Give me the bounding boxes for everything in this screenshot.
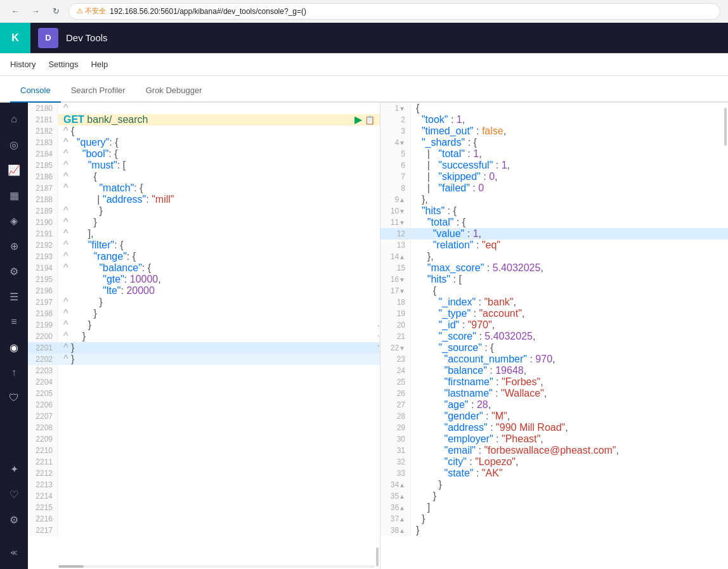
app-logo: K — [0, 23, 30, 53]
editor-line-2216: 2216 — [28, 513, 380, 525]
editor-line-2190: 2190 ^ } — [28, 217, 380, 228]
result-line-20: 20 "_id" : "970", — [380, 319, 728, 331]
tab-search-profiler[interactable]: Search Profiler — [61, 79, 136, 103]
ml-icon[interactable]: ⚙ — [3, 260, 25, 283]
security-warning: ⚠ 不安全 — [77, 6, 106, 16]
result-line-21: 21 "_score" : 5.4032025, — [380, 331, 728, 342]
tab-console[interactable]: Console — [10, 79, 61, 103]
logs-icon[interactable]: ≡ — [3, 310, 25, 333]
result-line-8: 8 | "failed" : 0 — [380, 182, 728, 194]
nav-help[interactable]: Help — [91, 54, 108, 74]
pane-resizer[interactable]: ··· — [377, 321, 380, 351]
editor-line-2197: 2197 ^ } — [28, 297, 380, 308]
result-line-28: 28 "gender" : "M", — [380, 411, 728, 422]
tab-bar: Console Search Profiler Grok Debugger — [0, 76, 728, 103]
editor-line-2217: 2217 — [28, 525, 380, 536]
result-line-36: 36▲ ] — [380, 502, 728, 513]
result-line-37: 37▲ } — [380, 513, 728, 525]
infrastructure-icon[interactable]: ☰ — [3, 285, 25, 308]
editor-line-2201: 2201 ^ } — [28, 342, 380, 354]
editor-line-2194: 2194 ^ "balance": { — [28, 262, 380, 274]
browser-chrome: ← → ↻ ⚠ 不安全 192.168.56.20:5601/app/kiban… — [0, 0, 728, 23]
user-avatar[interactable]: D — [38, 28, 58, 48]
result-line-32: 32 "city" : "Lopezo", — [380, 456, 728, 468]
result-line-33: 33 "state" : "AK" — [380, 468, 728, 479]
editor-line-2187: 2187 ^ "match": { — [28, 182, 380, 194]
monitoring-icon[interactable]: ♡ — [3, 483, 25, 506]
result-pane: 1▼ { 2 "took" : 1, 3 "timed_out" : false… — [380, 103, 728, 569]
address-bar[interactable]: ⚠ 不安全 192.168.56.20:5601/app/kibana#/dev… — [68, 3, 720, 20]
result-line-31: 31 "email" : "forbeswallace@pheast.com", — [380, 445, 728, 456]
editor-line-2182: 2182 ^ { — [28, 125, 380, 137]
editor-line-2184: 2184 ^ "bool": { — [28, 148, 380, 160]
editor-line-2183: 2183 ^ "query": { — [28, 137, 380, 148]
result-line-23: 23 "account_number" : 970, — [380, 354, 728, 365]
editor-line-2193: 2193 ^ "range": { — [28, 251, 380, 262]
result-line-13: 13 "relation" : "eq" — [380, 240, 728, 251]
editor-pane[interactable]: 2180 ^ 2181 GET bank/_search ▶ 📋 2182 ^ … — [28, 103, 380, 569]
editor-line-2200: 2200 ^ } — [28, 331, 380, 342]
editor-line-2212: 2212 — [28, 468, 380, 479]
editor-line-2215: 2215 — [28, 502, 380, 513]
editor-line-2208: 2208 — [28, 422, 380, 433]
reload-button[interactable]: ↻ — [48, 4, 63, 19]
run-button[interactable]: ▶ — [354, 115, 362, 125]
result-line-1: 1▼ { — [380, 103, 728, 114]
h-scroll-thumb — [58, 565, 84, 568]
editor-line-2186: 2186 ^ { — [28, 171, 380, 182]
editor-line-2206: 2206 — [28, 399, 380, 411]
discover-icon[interactable]: ◎ — [3, 133, 25, 156]
devtools-icon[interactable]: ✦ — [3, 457, 25, 480]
editor-line-2205: 2205 — [28, 388, 380, 399]
editor-line-2191: 2191 ^ ], — [28, 228, 380, 240]
result-line-30: 30 "employer" : "Pheast", — [380, 433, 728, 445]
editor-line-2188: 2188 | "address": "mill" — [28, 194, 380, 205]
result-vertical-scrollbar[interactable] — [724, 108, 727, 146]
editor-line-2199: 2199 ^ } — [28, 319, 380, 331]
editor-line-2185: 2185 ^ "must": [ — [28, 160, 380, 171]
app-header: K D Dev Tools — [0, 23, 728, 53]
back-button[interactable]: ← — [8, 4, 23, 19]
result-line-4: 4▼ "_shards" : { — [380, 137, 728, 148]
editor-line-2189: 2189 ^ } — [28, 205, 380, 217]
editor-line-2202: 2202 ^ } — [28, 354, 380, 365]
result-line-12: 12 "value" : 1, — [380, 228, 728, 240]
result-line-27: 27 "age" : 28, — [380, 399, 728, 411]
maps-icon[interactable]: ⊕ — [3, 234, 25, 257]
result-line-6: 6 | "successful" : 1, — [380, 160, 728, 171]
visualize-icon[interactable]: 📈 — [3, 158, 25, 181]
result-line-34: 34▲ } — [380, 479, 728, 490]
result-line-7: 7 | "skipped" : 0, — [380, 171, 728, 182]
result-line-38: 38▲ } — [380, 525, 728, 536]
siem-icon[interactable]: 🛡 — [3, 387, 25, 409]
editor-line-2210: 2210 — [28, 445, 380, 456]
settings-icon[interactable]: ⚙ — [3, 508, 25, 531]
uptime-icon[interactable]: ↑ — [3, 361, 25, 384]
editor-line-2209: 2209 — [28, 433, 380, 445]
forward-button[interactable]: → — [28, 4, 43, 19]
home-icon[interactable]: ⌂ — [3, 108, 25, 131]
result-line-3: 3 "timed_out" : false, — [380, 125, 728, 137]
result-line-19: 19 "_type" : "account", — [380, 308, 728, 319]
nav-settings[interactable]: Settings — [48, 54, 78, 74]
result-line-10: 10▼ "hits" : { — [380, 205, 728, 217]
main-content: ⌂ ◎ 📈 ▦ ◈ ⊕ ⚙ ☰ ≡ ◉ ↑ 🛡 ✦ ♡ ⚙ ≪ 2180 ^ — [0, 103, 728, 569]
vertical-scrollbar[interactable] — [376, 547, 379, 566]
horizontal-scrollbar[interactable] — [58, 565, 375, 568]
nav-history[interactable]: History — [10, 54, 36, 74]
tab-grok-debugger[interactable]: Grok Debugger — [136, 79, 212, 103]
result-line-15: 15 "max_score" : 5.4032025, — [380, 262, 728, 274]
apm-icon[interactable]: ◉ — [3, 336, 25, 359]
editor-line-2213: 2213 — [28, 479, 380, 490]
result-line-24: 24 "balance" : 19648, — [380, 365, 728, 376]
editor-line-2214: 2214 — [28, 490, 380, 502]
result-line-35: 35▲ } — [380, 490, 728, 502]
copy-as-curl-button[interactable]: 📋 — [365, 116, 375, 124]
editor-line-2211: 2211 — [28, 456, 380, 468]
editor-line-2180: 2180 ^ — [28, 103, 380, 114]
dashboard-icon[interactable]: ▦ — [3, 184, 25, 207]
canvas-icon[interactable]: ◈ — [3, 209, 25, 232]
result-line-2: 2 "took" : 1, — [380, 114, 728, 125]
collapse-icon[interactable]: ≪ — [3, 541, 25, 564]
editor-line-2203: 2203 — [28, 365, 380, 376]
